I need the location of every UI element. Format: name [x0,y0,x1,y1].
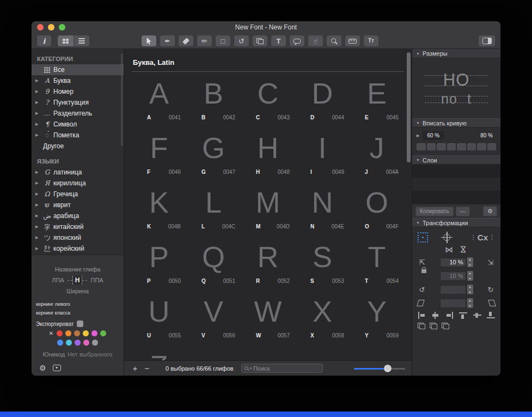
align-bottom-button-icon[interactable] [487,312,495,319]
grid-view-button[interactable] [58,35,74,46]
pen-tool[interactable]: ✒ [160,35,175,46]
layers-list[interactable] [412,165,500,204]
glyph-cell-R[interactable]: RR0052 [241,237,295,291]
glyph-cell-K[interactable]: KK004B [132,182,186,237]
search-input[interactable] [253,365,319,372]
add-glyph-button[interactable]: + [131,364,139,373]
rotate-stepper[interactable]: ▲▼ [467,285,473,294]
scale-x-stepper[interactable]: ▲▼ [467,257,473,267]
mirror-horizontal-icon[interactable]: ⋈ [445,245,453,253]
glyph-cell-C[interactable]: CC0043 [241,73,295,128]
glyph-cell-S[interactable]: SS0053 [295,237,350,291]
hand-tool[interactable]: ☝ [308,35,323,46]
primitives-tool[interactable]: □ [216,35,230,46]
glyph-cell-W[interactable]: WW0057 [241,291,295,346]
disclosure-icon[interactable]: ▶ [35,214,42,218]
scale-y-stepper[interactable]: ▲▼ [467,271,473,281]
stepper-up-icon[interactable]: ▲ [467,298,473,303]
search-field[interactable]: ▾ [241,364,323,373]
glyph-cell-O[interactable]: OO004F [350,182,404,237]
fit-step-4[interactable] [447,143,456,150]
glyph-cell-V[interactable]: VV0056 [186,291,241,346]
stepper-down-icon[interactable]: ▼ [467,289,473,295]
copy-layer-button[interactable]: Копировать [415,207,454,216]
glyph-cell-Y[interactable]: YY0059 [350,291,404,346]
type-tool[interactable]: Тт [364,35,378,46]
glyph-cell-J[interactable]: JJ004A [350,128,404,182]
sidebar-toggle-button[interactable] [479,35,495,46]
transform-metrics-center-icon[interactable]: ⋮Cx⋮ [470,233,495,242]
merge-shapes-button-icon[interactable] [418,323,425,329]
color-label-swatch[interactable] [100,330,106,336]
glyph-cell-L[interactable]: LL004C [186,182,241,237]
glyph-cell-Z[interactable]: ZZ005A [132,346,186,360]
align-top-button-icon[interactable] [459,312,467,319]
rotate-tool[interactable]: ↺ [234,35,249,46]
layer-row[interactable] [412,165,500,178]
sidebar-item-symbol[interactable]: ▶¶Символ [32,119,124,130]
layer-settings-button[interactable]: ⚙ [483,206,497,216]
color-label-swatch[interactable] [74,330,80,336]
align-right-button-icon[interactable] [445,312,454,319]
glyph-cell-T[interactable]: TT0054 [350,237,404,291]
stepper-down-icon[interactable]: ▼ [467,276,473,281]
filter-menu-icon[interactable]: ▾ [53,365,61,371]
color-label-swatch[interactable] [57,330,63,336]
transform-point-origin-icon[interactable] [443,234,450,241]
slant-angle-input[interactable] [440,299,466,308]
minimize-button[interactable] [48,24,54,31]
dimensions-section-header[interactable]: ▼ Размеры [412,49,500,58]
slant-right-icon[interactable] [488,300,496,306]
glyph-cell-I[interactable]: II0049 [295,128,350,182]
disclosure-icon[interactable]: ▶ [35,225,42,229]
sidebar-item-greek[interactable]: ▶ΩГречица [32,189,124,200]
color-label-swatch[interactable] [57,340,63,346]
fit-step-3[interactable] [437,143,446,150]
align-left-button-icon[interactable] [418,312,426,319]
glyph-cell-M[interactable]: MM004D [241,182,295,237]
sidebar-item-number[interactable]: ▶9Номер [32,86,124,97]
fit-curve-section-header[interactable]: ▼ Вписать кривую [412,118,500,128]
glyph-cell-U[interactable]: UU0055 [132,291,186,346]
remove-glyph-button[interactable]: − [143,364,151,373]
disclosure-icon[interactable]: ▶ [35,192,42,196]
fit-step-5[interactable] [457,143,466,150]
color-label-swatch[interactable] [66,340,72,346]
fit-min-value[interactable]: 60 % [423,131,444,140]
scale-y-input[interactable]: 10 % [440,271,466,281]
transform-selection-origin-icon[interactable] [418,232,428,243]
export-checkbox[interactable] [77,321,83,327]
slant-stepper[interactable]: ▲▼ [467,298,473,308]
disclosure-icon[interactable]: ▶ [35,246,42,251]
knife-tool[interactable] [179,35,193,46]
glyph-cell-X[interactable]: XX0058 [295,291,350,346]
glyph-cell-D[interactable]: DD0044 [295,73,350,128]
zoom-slider-thumb[interactable] [384,365,392,372]
fit-max-value[interactable]: 80 % [480,132,493,138]
lock-icon[interactable] [421,269,426,273]
glyph-cell-G[interactable]: GG0047 [186,128,241,182]
layer-row[interactable] [412,191,500,204]
sidebar-item-arabic[interactable]: ▶ضарабица [32,210,124,221]
sidebar-item-korean[interactable]: ▶корейский [32,243,124,254]
mirror-vertical-icon[interactable]: ⋈ [460,245,468,253]
sidebar-item-punctuation[interactable]: ▶?Пунктуация [32,97,124,108]
disclosure-icon[interactable]: ▶ [35,100,42,105]
sidebar-item-separator[interactable]: ▶…Разделитель [32,108,124,119]
rotate-angle-input[interactable] [440,285,466,294]
list-view-button[interactable] [74,35,89,46]
disclosure-icon[interactable]: ▶ [35,133,42,137]
align-center-h-button-icon[interactable] [431,312,439,319]
fit-step-6[interactable] [467,143,476,150]
transform-tool[interactable] [253,35,267,46]
color-label-swatch[interactable] [83,330,89,336]
slant-left-icon[interactable] [417,300,424,306]
disclosure-icon[interactable]: ▶ [35,122,42,126]
layer-row[interactable] [412,178,500,191]
glyph-cell-N[interactable]: NN004E [295,182,350,237]
disclosure-icon[interactable]: ▶ [35,203,42,207]
intersect-shapes-button-icon[interactable] [442,323,449,329]
glyph-cell-F[interactable]: FF0046 [132,128,186,182]
disclosure-icon[interactable]: ▶ [35,235,42,240]
glyph-cell-E[interactable]: EE0045 [350,73,404,128]
